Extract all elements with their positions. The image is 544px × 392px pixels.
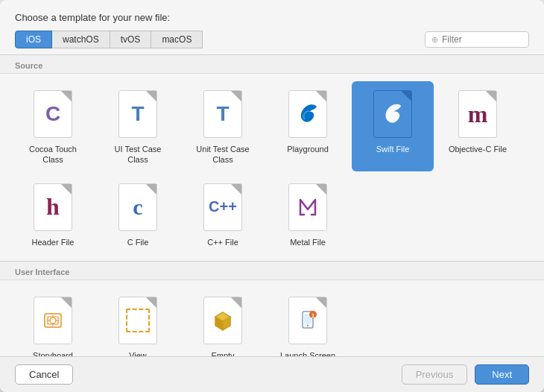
metal-file-label: Metal File bbox=[290, 237, 326, 247]
playground-icon bbox=[284, 87, 332, 141]
cocoa-touch-class-label: Cocoa TouchClass bbox=[29, 144, 77, 165]
empty-label: Empty bbox=[211, 350, 234, 356]
item-swift-file[interactable]: Swift File bbox=[352, 81, 434, 171]
dialog-header: Choose a template for your new file: bbox=[0, 0, 544, 31]
header-file-label: Header File bbox=[32, 237, 75, 247]
filter-icon: ⊕ bbox=[431, 35, 438, 45]
item-unit-test-case-class[interactable]: T Unit Test CaseClass bbox=[182, 81, 264, 171]
launch-screen-icon: 1 bbox=[284, 294, 332, 347]
cpp-file-label: C++ File bbox=[207, 237, 238, 247]
dialog-footer: Cancel Previous Next bbox=[0, 356, 544, 392]
ui-test-case-class-label: UI Test CaseClass bbox=[115, 144, 162, 165]
objective-c-file-label: Objective-C File bbox=[449, 144, 507, 154]
launch-screen-label: Launch Screen bbox=[280, 350, 335, 356]
item-ui-test-case-class[interactable]: T UI Test CaseClass bbox=[97, 81, 179, 171]
swift-file-icon bbox=[369, 87, 417, 141]
item-playground[interactable]: Playground bbox=[267, 81, 349, 171]
item-view[interactable]: View bbox=[97, 288, 179, 356]
cancel-button[interactable]: Cancel bbox=[15, 364, 73, 385]
cpp-file-icon: C++ bbox=[199, 180, 247, 234]
view-label: View bbox=[129, 350, 147, 356]
empty-cube-svg bbox=[210, 308, 235, 333]
objective-c-file-icon: m bbox=[454, 87, 502, 141]
launch-screen-svg: 1 bbox=[295, 308, 320, 333]
c-file-label: C File bbox=[127, 237, 149, 247]
item-empty[interactable]: Empty bbox=[182, 288, 264, 356]
section-source-label: Source bbox=[0, 55, 544, 74]
empty-icon bbox=[199, 294, 247, 347]
playground-label: Playground bbox=[287, 144, 329, 154]
svg-point-2 bbox=[50, 317, 56, 323]
storyboard-icon bbox=[29, 294, 77, 347]
tab-ios[interactable]: iOS bbox=[15, 31, 52, 48]
swift-bird-white-svg bbox=[381, 102, 405, 126]
view-icon bbox=[114, 294, 162, 347]
footer-right: Previous Next bbox=[402, 364, 529, 385]
item-cpp-file[interactable]: C++ C++ File bbox=[182, 174, 264, 253]
tab-macos[interactable]: macOS bbox=[151, 31, 203, 48]
swift-file-label: Swift File bbox=[376, 144, 410, 154]
next-button[interactable]: Next bbox=[475, 364, 529, 385]
svg-point-9 bbox=[307, 325, 309, 326]
storyboard-label: Storyboard bbox=[33, 350, 73, 356]
dialog: Choose a template for your new file: iOS… bbox=[0, 0, 544, 392]
storyboard-svg bbox=[40, 308, 66, 333]
section-ui-label: User Interface bbox=[0, 262, 544, 280]
item-c-file[interactable]: c C File bbox=[97, 174, 179, 253]
ui-test-case-class-icon: T bbox=[114, 87, 162, 141]
filter-box: ⊕ bbox=[425, 31, 529, 48]
item-cocoa-touch-class[interactable]: C Cocoa TouchClass bbox=[12, 81, 94, 171]
item-metal-file[interactable]: Metal File bbox=[267, 174, 349, 253]
dialog-title: Choose a template for your new file: bbox=[15, 12, 170, 23]
filter-input[interactable] bbox=[442, 34, 522, 45]
tab-tvos[interactable]: tvOS bbox=[110, 31, 152, 48]
item-objective-c-file[interactable]: m Objective-C File bbox=[437, 81, 519, 171]
tab-watchos[interactable]: watchOS bbox=[52, 31, 110, 48]
unit-test-case-class-label: Unit Test CaseClass bbox=[196, 144, 249, 165]
metal-logo-svg bbox=[297, 196, 319, 218]
previous-button[interactable]: Previous bbox=[402, 364, 468, 385]
c-file-icon: c bbox=[114, 180, 162, 234]
unit-test-case-class-icon: T bbox=[199, 87, 247, 141]
metal-file-icon bbox=[284, 180, 332, 234]
ui-items-grid: Storyboard View bbox=[0, 280, 544, 356]
item-header-file[interactable]: h Header File bbox=[12, 174, 94, 253]
item-storyboard[interactable]: Storyboard bbox=[12, 288, 94, 356]
source-items-grid: C Cocoa TouchClass T UI Test CaseClass bbox=[0, 74, 544, 261]
item-launch-screen[interactable]: 1 Launch Screen bbox=[267, 288, 349, 356]
cocoa-touch-class-icon: C bbox=[29, 87, 77, 141]
svg-text:1: 1 bbox=[311, 312, 314, 317]
tab-bar: iOS watchOS tvOS macOS ⊕ bbox=[0, 31, 544, 48]
content-area: Source C Cocoa TouchClass T UI Test Ca bbox=[0, 55, 544, 356]
swift-bird-svg bbox=[296, 102, 320, 126]
header-file-icon: h bbox=[29, 180, 77, 234]
